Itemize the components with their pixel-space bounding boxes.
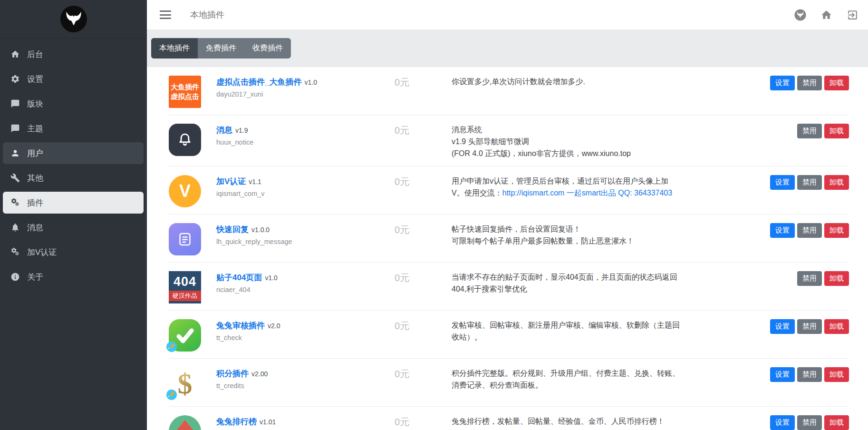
credits-plugin-icon: $ xyxy=(169,367,201,400)
disable-button[interactable]: 禁用 xyxy=(797,367,822,382)
plugin-icon: $ xyxy=(169,367,201,400)
uninstall-button[interactable]: 卸载 xyxy=(824,124,849,138)
logout-button[interactable] xyxy=(847,9,858,21)
sidebar-item[interactable]: 关于 xyxy=(3,266,144,288)
plugin-id: lh_quick_reply_message xyxy=(216,238,395,245)
sidebar-item[interactable]: 消息 xyxy=(3,216,144,238)
plugin-name-link[interactable]: 加V认证 xyxy=(216,177,246,186)
settings-button[interactable]: 设置 xyxy=(770,319,795,334)
plugin-version: v1.9 xyxy=(235,127,248,134)
settings-button[interactable]: 设置 xyxy=(770,175,795,190)
plugin-name-link[interactable]: 快速回复 xyxy=(216,225,249,234)
settings-button[interactable]: 设置 xyxy=(770,415,795,430)
plugin-name-link[interactable]: 兔兔审核插件 xyxy=(216,321,265,330)
disable-button[interactable]: 禁用 xyxy=(797,319,822,334)
plugin-row: 快速回复v1.0.0 lh_quick_reply_message 0元 帖子快… xyxy=(169,214,849,262)
wrench-icon xyxy=(10,173,20,183)
disable-button[interactable]: 禁用 xyxy=(797,271,822,286)
disable-button[interactable]: 禁用 xyxy=(797,223,822,238)
plugin-icon: V xyxy=(169,175,201,207)
plugin-tabs: 本地插件免费插件收费插件 xyxy=(151,38,291,59)
plugin-description: 消息系统 v1.9 头部导航细节微调 (FOR 4.0 正式版)，xiuno非官… xyxy=(452,124,761,159)
sidebar-item[interactable]: 主题 xyxy=(3,117,144,139)
sidebar-item-label: 版块 xyxy=(27,98,43,109)
home-icon xyxy=(820,9,832,21)
topbar: 本地插件 xyxy=(147,0,868,29)
plugin-row: 404 硬汉作品 贴子404页面v1.0 nciaer_404 0元 xyxy=(169,262,849,310)
disable-button[interactable]: 禁用 xyxy=(797,415,822,430)
v-plugin-icon: V xyxy=(169,175,201,207)
uninstall-button[interactable]: 卸载 xyxy=(824,223,849,238)
plugin-description: 你设置多少,单次访问计数就会增加多少. xyxy=(452,76,761,88)
plugin-id: tt_check xyxy=(216,334,395,342)
plugin-name-link[interactable]: 消息 xyxy=(216,126,232,135)
gear-icon xyxy=(10,74,20,84)
plugin-title-block: 贴子404页面v1.0 nciaer_404 xyxy=(216,271,395,293)
plugin-name-link[interactable]: 积分插件 xyxy=(216,369,249,378)
tab[interactable]: 本地插件 xyxy=(151,38,198,59)
p404-plugin-icon: 404 硬汉作品 xyxy=(169,271,201,303)
plugin-id: tt_credits xyxy=(216,382,395,390)
uninstall-button[interactable]: 卸载 xyxy=(824,367,849,382)
tab[interactable]: 收费插件 xyxy=(244,38,291,59)
home-button[interactable] xyxy=(820,9,832,21)
plugin-price: 0元 xyxy=(395,415,452,429)
disable-button[interactable]: 禁用 xyxy=(797,76,822,90)
plugin-description: 积分插件完整版。积分规则、升级用户组、付费主题、兑换、转账、 消费记录、积分查询… xyxy=(452,367,761,391)
bell-plugin-icon xyxy=(169,124,201,156)
settings-button[interactable]: 设置 xyxy=(770,76,795,90)
plugin-actions: 禁用 卸载 xyxy=(797,271,849,286)
uninstall-button[interactable]: 卸载 xyxy=(824,175,849,190)
plugin-row: 消息v1.9 huux_notice 0元 消息系统 v1.9 头部导航细节微调… xyxy=(169,115,849,166)
settings-button[interactable]: 设置 xyxy=(770,367,795,382)
plugin-name-link[interactable]: 贴子404页面 xyxy=(216,273,262,282)
plugin-name-link[interactable]: 虚拟点击插件_大鱼插件 xyxy=(216,78,301,87)
xiuno-logo-icon[interactable] xyxy=(60,5,87,33)
plugin-id: nciaer_404 xyxy=(216,286,395,293)
main-area: 本地插件 本地插件免费插件收费插件 xyxy=(147,0,868,430)
plugin-title-block: 兔兔审核插件v2.0 tt_check xyxy=(216,319,395,342)
plugin-name-link[interactable]: 兔兔排行榜 xyxy=(216,417,257,426)
plugin-title-block: 兔兔排行榜v1.01 tt_ranklist xyxy=(216,415,395,430)
sidebar-item[interactable]: 设置 xyxy=(3,68,144,90)
home-icon xyxy=(10,49,20,59)
uninstall-button[interactable]: 卸载 xyxy=(824,76,849,90)
uninstall-button[interactable]: 卸载 xyxy=(824,271,849,286)
plugin-row: $ 积分插件v2.00 tt_cre xyxy=(169,358,849,406)
plugin-price: 0元 xyxy=(395,175,452,188)
plugin-description: 发帖审核、回帖审核、新注册用户审核、编辑审核、软删除（主题回 收站）。 xyxy=(452,319,761,343)
plugin-actions: 设置 禁用 卸载 xyxy=(770,319,849,334)
plugin-version: v1.0.0 xyxy=(251,226,270,234)
uninstall-button[interactable]: 卸载 xyxy=(824,319,849,334)
sidebar-item[interactable]: 加V认证 xyxy=(3,241,144,263)
disable-button[interactable]: 禁用 xyxy=(797,124,822,138)
plugin-actions: 禁用 卸载 xyxy=(797,124,849,138)
disable-button[interactable]: 禁用 xyxy=(797,175,822,190)
xiuno-mini-logo-icon xyxy=(794,9,806,21)
app-window: 后台 设置 xyxy=(0,0,868,430)
menu-toggle-button[interactable] xyxy=(160,10,171,19)
sidebar-item[interactable]: 后台 xyxy=(3,43,144,65)
sidebar-item-label: 插件 xyxy=(27,197,43,208)
sidebar-item-label: 其他 xyxy=(27,173,43,184)
plugin-icon xyxy=(169,319,201,352)
settings-button[interactable]: 设置 xyxy=(770,223,795,238)
sidebar-item[interactable]: 版块 xyxy=(3,93,144,115)
sidebar-item-label: 设置 xyxy=(27,74,43,85)
plugin-description: 帖子快速回复插件，后台设置回复语！ 可限制每个帖子单用户最多回帖数量，防止恶意灌… xyxy=(452,223,761,247)
sidebar-item[interactable]: 其他 xyxy=(3,167,144,189)
bell-icon xyxy=(10,223,20,232)
logo-area xyxy=(0,0,147,39)
plugin-icon xyxy=(169,223,201,255)
gears-icon xyxy=(10,198,20,207)
uninstall-button[interactable]: 卸载 xyxy=(824,415,849,430)
plugin-description-link[interactable]: http://iqismart.com 一起smart出品 QQ: 364337… xyxy=(502,189,672,197)
sidebar-item[interactable]: 插件 xyxy=(3,192,144,214)
tab[interactable]: 免费插件 xyxy=(198,38,244,59)
sidebar-item[interactable]: 用户 xyxy=(3,142,144,164)
info-icon xyxy=(10,272,20,282)
sidebar-item-label: 用户 xyxy=(27,148,43,159)
plugin-price: 0元 xyxy=(395,319,452,332)
xiuno-home-button[interactable] xyxy=(794,9,806,21)
sign-out-icon xyxy=(847,9,858,21)
